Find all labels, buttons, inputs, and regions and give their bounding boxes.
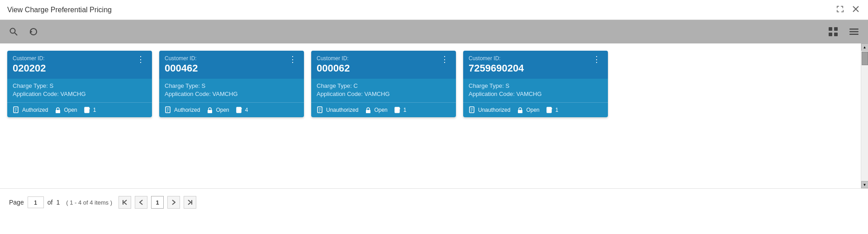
svg-point-0 [10,29,15,33]
customer-id-2: 000062 [317,62,350,74]
toolbar [0,20,868,43]
status-label-0: Authorized [22,107,48,113]
svg-rect-37 [518,110,522,113]
document-icon-1 [165,106,172,114]
charge-type-2: Charge Type: C [317,82,451,89]
card-body-2: Charge Type: C Application Code: VAMCHG [311,79,456,102]
svg-rect-5 [834,33,838,36]
last-page-button[interactable] [184,196,196,209]
main-content: Customer ID: 020202 ⋮ Charge Type: S App… [0,43,861,188]
card-3: Customer ID: 7259690204 ⋮ Charge Type: S… [463,51,608,117]
edit-icon-3 [546,106,553,114]
card-footer-1: Authorized Open 4 [159,102,304,117]
charge-type-0: Charge Type: S [13,82,147,89]
card-header-1: Customer ID: 000462 ⋮ [159,51,304,79]
document-icon-0 [13,106,20,114]
card-header-row-3: Customer ID: 7259690204 ⋮ [469,55,602,74]
app-code-0: Application Code: VAMCHG [13,91,147,97]
lock-item-0[interactable]: Open [54,106,77,114]
page-title: View Charge Preferential Pricing [7,6,112,14]
card-header-row-0: Customer ID: 020202 ⋮ [13,55,147,74]
customer-label-2: Customer ID: [317,55,350,62]
card-footer-2: Unauthorized Open 1 [311,102,456,117]
status-item-1[interactable]: Authorized [165,106,200,114]
lock-item-3[interactable]: Open [517,106,539,114]
next-page-icon [172,200,175,205]
card-header-0: Customer ID: 020202 ⋮ [7,51,152,79]
card-1: Customer ID: 000462 ⋮ Charge Type: S App… [159,51,304,117]
edit-count-2: 1 [403,107,407,113]
lock-label-0: Open [64,107,77,113]
expand-button[interactable] [835,5,845,15]
customer-id-3: 7259690204 [469,62,524,74]
total-pages: 1 [56,199,60,206]
lock-label-2: Open [374,107,387,113]
document-icon-3 [469,106,476,114]
lock-item-2[interactable]: Open [365,106,387,114]
app-code-3: Application Code: VAMCHG [469,91,602,97]
close-button[interactable] [851,5,861,14]
lock-icon-2 [365,106,372,114]
card-menu-btn-3[interactable]: ⋮ [591,55,602,63]
scrollbar-thumb[interactable] [862,52,868,65]
svg-rect-29 [366,110,370,113]
edit-icon-2 [394,106,401,114]
edit-count-1: 4 [245,107,248,113]
search-button[interactable] [7,25,20,38]
app-code-2: Application Code: VAMCHG [317,91,451,97]
svg-line-1 [15,33,18,36]
card-body-0: Charge Type: S Application Code: VAMCHG [7,79,152,102]
svg-rect-4 [829,33,832,36]
first-page-icon [123,200,127,205]
prev-page-button[interactable] [135,196,147,209]
cards-grid: Customer ID: 020202 ⋮ Charge Type: S App… [7,51,854,117]
card-menu-btn-0[interactable]: ⋮ [135,55,147,63]
toolbar-right [826,25,861,38]
title-actions [835,5,861,15]
page-number-input[interactable] [28,196,44,208]
page-label: Page [9,199,24,206]
hamburger-icon [849,27,859,37]
card-body-3: Charge Type: S Application Code: VAMCHG [463,79,608,102]
edit-item-2[interactable]: 1 [394,106,407,114]
lock-label-3: Open [526,107,539,113]
card-body-1: Charge Type: S Application Code: VAMCHG [159,79,304,102]
card-2: Customer ID: 000062 ⋮ Charge Type: C App… [311,51,456,117]
of-label: of [47,199,53,206]
customer-id-1: 000462 [165,62,198,74]
refresh-button[interactable] [27,25,40,38]
card-0: Customer ID: 020202 ⋮ Charge Type: S App… [7,51,152,117]
grid-view-button[interactable] [826,25,840,38]
card-footer-3: Unauthorized Open 1 [463,102,608,117]
status-item-3[interactable]: Unauthorized [469,106,510,114]
edit-item-0[interactable]: 1 [84,106,96,114]
lock-item-1[interactable]: Open [206,106,229,114]
card-menu-btn-1[interactable]: ⋮ [287,55,299,63]
customer-label-0: Customer ID: [13,55,46,62]
status-label-1: Authorized [174,107,200,113]
charge-type-3: Charge Type: S [469,82,602,89]
edit-count-0: 1 [93,107,96,113]
search-icon [9,27,18,36]
status-item-0[interactable]: Authorized [13,106,48,114]
scroll-down-arrow[interactable]: ▼ [861,181,868,188]
edit-item-1[interactable]: 4 [236,106,248,114]
scrollbar-track: ▲ ▼ [861,43,868,188]
app-code-1: Application Code: VAMCHG [165,91,299,97]
status-item-2[interactable]: Unauthorized [317,106,358,114]
edit-item-3[interactable]: 1 [546,106,559,114]
scroll-up-arrow[interactable]: ▲ [861,43,868,51]
first-page-button[interactable] [119,196,131,209]
card-menu-btn-2[interactable]: ⋮ [439,55,451,63]
next-page-button[interactable] [167,196,180,209]
menu-button[interactable] [847,25,861,38]
card-header-row-2: Customer ID: 000062 ⋮ [317,55,451,74]
refresh-icon [29,27,38,36]
page-1-button[interactable]: 1 [151,196,164,209]
svg-rect-2 [829,27,832,31]
customer-label-3: Customer ID: [469,55,524,62]
svg-rect-8 [849,34,859,35]
svg-rect-7 [849,31,859,33]
svg-rect-21 [208,110,212,113]
status-label-3: Unauthorized [478,107,510,113]
